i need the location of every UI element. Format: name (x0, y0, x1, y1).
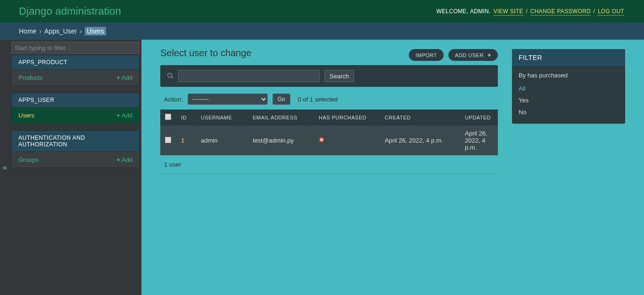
svg-point-0 (168, 73, 172, 77)
search-input[interactable] (178, 70, 320, 82)
add-groups-link[interactable]: +Add (116, 156, 132, 163)
go-button[interactable]: Go (272, 93, 290, 105)
sidebar-item-products[interactable]: Products +Add (12, 69, 139, 85)
header-bar: Django administration WELCOME, ADMIN. VI… (0, 0, 644, 23)
sidebar-item-groups[interactable]: Groups +Add (12, 152, 139, 168)
table-row: 1 admin test@admin.py April 26, 2022, 4 … (160, 126, 498, 156)
filter-sidebar: FILTER By has purchased All Yes No (512, 49, 625, 286)
action-select[interactable]: --------- (188, 93, 268, 105)
sidebar-collapse-icon[interactable]: « (3, 163, 7, 172)
add-label: Add (122, 74, 132, 81)
action-label: Action: (164, 96, 183, 103)
column-username[interactable]: USERNAME (196, 110, 248, 126)
module-caption[interactable]: APPS_USER (12, 93, 139, 107)
separator: / (594, 8, 595, 15)
sidebar-module-auth: AUTHENTICATION AND AUTHORIZATION Groups … (11, 130, 140, 168)
sidebar: « APPS_PRODUCT Products +Add APPS_USER U… (0, 40, 141, 295)
search-icon (167, 72, 173, 80)
main-area: « APPS_PRODUCT Products +Add APPS_USER U… (0, 40, 644, 295)
row-id-link[interactable]: 1 (181, 137, 184, 144)
breadcrumb-sep: › (39, 27, 41, 35)
row-created-cell: April 26, 2022, 4 p.m. (380, 126, 460, 156)
sidebar-module-apps-product: APPS_PRODUCT Products +Add (11, 55, 140, 86)
add-user-label: ADD USER (455, 52, 484, 58)
plus-icon: + (116, 156, 120, 163)
sidebar-module-apps-user: APPS_USER Users +Add (11, 93, 140, 124)
welcome-dot: . (489, 8, 491, 15)
results-table: ID USERNAME EMAIL ADDRESS HAS PURCHASED … (160, 110, 498, 155)
search-button[interactable]: Search (324, 70, 354, 82)
column-select-all[interactable] (160, 110, 176, 126)
add-products-link[interactable]: +Add (116, 74, 132, 81)
module-caption[interactable]: AUTHENTICATION AND AUTHORIZATION (12, 131, 139, 152)
checkbox-icon[interactable] (165, 114, 171, 120)
content-main: IMPORT ADD USER + Select user to change … (160, 49, 498, 286)
breadcrumb: Home › Apps_User › Users (0, 23, 644, 40)
row-checkbox-cell[interactable] (160, 126, 176, 156)
filter-option-no[interactable]: No (512, 106, 625, 118)
row-has-purchased-cell (314, 126, 380, 156)
filter-options: All Yes No (512, 83, 625, 124)
filter-option-yes[interactable]: Yes (512, 94, 625, 106)
filter-panel: FILTER By has purchased All Yes No (512, 49, 625, 124)
sidebar-filter (11, 42, 140, 54)
current-user: ADMIN (470, 8, 489, 15)
plus-icon: + (487, 52, 491, 58)
paginator: 1 user (160, 155, 498, 174)
model-link[interactable]: Groups (18, 156, 39, 163)
add-label: Add (122, 156, 132, 163)
breadcrumb-sep: › (80, 27, 82, 35)
breadcrumb-app[interactable]: Apps_User (44, 27, 77, 35)
plus-icon: + (116, 112, 120, 119)
selection-counter: 0 of 1 selected (298, 96, 338, 103)
module-caption[interactable]: APPS_PRODUCT (12, 55, 139, 69)
filter-option-all[interactable]: All (512, 83, 625, 94)
branding-title[interactable]: Django administration (19, 5, 121, 17)
checkbox-icon[interactable] (165, 137, 171, 143)
separator: / (526, 8, 528, 15)
model-link[interactable]: Users (18, 112, 34, 119)
filter-section-label: By has purchased (512, 66, 625, 83)
column-created[interactable]: CREATED (380, 110, 460, 126)
add-label: Add (122, 112, 132, 119)
model-link[interactable]: Products (18, 74, 42, 81)
logout-link[interactable]: LOG OUT (598, 8, 624, 16)
column-has-purchased[interactable]: HAS PURCHASED (314, 110, 380, 126)
row-id-cell: 1 (176, 126, 196, 156)
plus-icon: + (116, 74, 120, 81)
user-tools: WELCOME, ADMIN. VIEW SITE / CHANGE PASSW… (437, 8, 625, 15)
search-toolbar: Search (160, 65, 498, 87)
content: IMPORT ADD USER + Select user to change … (141, 40, 644, 295)
column-id[interactable]: ID (176, 110, 196, 126)
page-title: Select user to change (160, 48, 498, 59)
sidebar-item-users[interactable]: Users +Add (12, 107, 139, 123)
column-updated[interactable]: UPDATED (460, 110, 498, 126)
svg-line-1 (172, 76, 173, 78)
add-users-link[interactable]: +Add (116, 112, 132, 119)
actions-bar: Action: --------- Go 0 of 1 selected (160, 87, 498, 110)
false-icon (319, 137, 324, 143)
add-user-button[interactable]: ADD USER + (448, 49, 498, 61)
import-label: IMPORT (415, 52, 437, 58)
breadcrumb-current: Users (85, 27, 106, 35)
welcome-label: WELCOME, (437, 8, 469, 15)
row-email-cell: test@admin.py (248, 126, 314, 156)
view-site-link[interactable]: VIEW SITE (493, 8, 523, 16)
column-email[interactable]: EMAIL ADDRESS (248, 110, 314, 126)
row-username-cell: admin (196, 126, 248, 156)
row-updated-cell: April 26, 2022, 4 p.m. (460, 126, 498, 156)
import-button[interactable]: IMPORT (409, 49, 444, 61)
change-password-link[interactable]: CHANGE PASSWORD (530, 8, 591, 16)
table-header-row: ID USERNAME EMAIL ADDRESS HAS PURCHASED … (160, 110, 498, 126)
sidebar-filter-input[interactable] (11, 42, 140, 54)
filter-title: FILTER (512, 49, 625, 66)
breadcrumb-home[interactable]: Home (19, 27, 36, 35)
